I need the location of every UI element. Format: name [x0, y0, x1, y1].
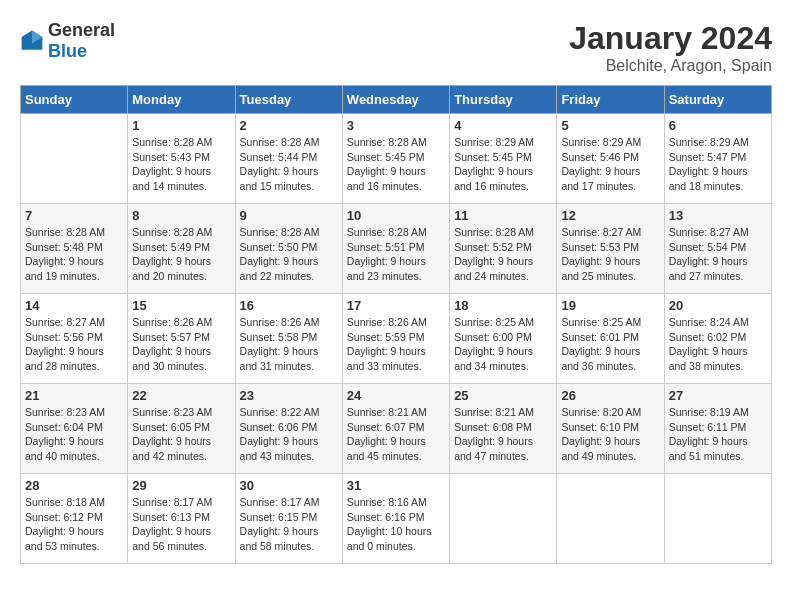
day-info: Sunrise: 8:24 AMSunset: 6:02 PMDaylight:…: [669, 315, 767, 374]
calendar-cell: 6Sunrise: 8:29 AMSunset: 5:47 PMDaylight…: [664, 114, 771, 204]
day-number: 29: [132, 478, 230, 493]
calendar-cell: 21Sunrise: 8:23 AMSunset: 6:04 PMDayligh…: [21, 384, 128, 474]
header-thursday: Thursday: [450, 86, 557, 114]
day-info: Sunrise: 8:29 AMSunset: 5:47 PMDaylight:…: [669, 135, 767, 194]
day-number: 28: [25, 478, 123, 493]
calendar-cell: 20Sunrise: 8:24 AMSunset: 6:02 PMDayligh…: [664, 294, 771, 384]
day-info: Sunrise: 8:26 AMSunset: 5:59 PMDaylight:…: [347, 315, 445, 374]
calendar-cell: 17Sunrise: 8:26 AMSunset: 5:59 PMDayligh…: [342, 294, 449, 384]
day-number: 6: [669, 118, 767, 133]
day-info: Sunrise: 8:28 AMSunset: 5:52 PMDaylight:…: [454, 225, 552, 284]
location-title: Belchite, Aragon, Spain: [569, 57, 772, 75]
header-sunday: Sunday: [21, 86, 128, 114]
day-number: 1: [132, 118, 230, 133]
day-number: 10: [347, 208, 445, 223]
day-info: Sunrise: 8:21 AMSunset: 6:08 PMDaylight:…: [454, 405, 552, 464]
logo-general: General: [48, 20, 115, 40]
day-number: 23: [240, 388, 338, 403]
calendar-cell: 16Sunrise: 8:26 AMSunset: 5:58 PMDayligh…: [235, 294, 342, 384]
calendar-cell: 28Sunrise: 8:18 AMSunset: 6:12 PMDayligh…: [21, 474, 128, 564]
day-number: 16: [240, 298, 338, 313]
day-info: Sunrise: 8:28 AMSunset: 5:51 PMDaylight:…: [347, 225, 445, 284]
day-number: 8: [132, 208, 230, 223]
calendar-cell: 7Sunrise: 8:28 AMSunset: 5:48 PMDaylight…: [21, 204, 128, 294]
header-saturday: Saturday: [664, 86, 771, 114]
day-info: Sunrise: 8:23 AMSunset: 6:05 PMDaylight:…: [132, 405, 230, 464]
day-info: Sunrise: 8:25 AMSunset: 6:01 PMDaylight:…: [561, 315, 659, 374]
calendar-cell: 15Sunrise: 8:26 AMSunset: 5:57 PMDayligh…: [128, 294, 235, 384]
calendar-cell: 31Sunrise: 8:16 AMSunset: 6:16 PMDayligh…: [342, 474, 449, 564]
logo: General Blue: [20, 20, 115, 62]
day-number: 12: [561, 208, 659, 223]
header-tuesday: Tuesday: [235, 86, 342, 114]
calendar-cell: 9Sunrise: 8:28 AMSunset: 5:50 PMDaylight…: [235, 204, 342, 294]
calendar-cell: 14Sunrise: 8:27 AMSunset: 5:56 PMDayligh…: [21, 294, 128, 384]
day-number: 20: [669, 298, 767, 313]
day-number: 21: [25, 388, 123, 403]
header-wednesday: Wednesday: [342, 86, 449, 114]
calendar-cell: 24Sunrise: 8:21 AMSunset: 6:07 PMDayligh…: [342, 384, 449, 474]
calendar-cell: 3Sunrise: 8:28 AMSunset: 5:45 PMDaylight…: [342, 114, 449, 204]
logo-blue: Blue: [48, 41, 87, 61]
day-number: 7: [25, 208, 123, 223]
title-area: January 2024 Belchite, Aragon, Spain: [569, 20, 772, 75]
calendar-table: SundayMondayTuesdayWednesdayThursdayFrid…: [20, 85, 772, 564]
day-info: Sunrise: 8:19 AMSunset: 6:11 PMDaylight:…: [669, 405, 767, 464]
calendar-cell: 29Sunrise: 8:17 AMSunset: 6:13 PMDayligh…: [128, 474, 235, 564]
header: General Blue January 2024 Belchite, Arag…: [20, 20, 772, 75]
day-info: Sunrise: 8:17 AMSunset: 6:15 PMDaylight:…: [240, 495, 338, 554]
calendar-week-2: 7Sunrise: 8:28 AMSunset: 5:48 PMDaylight…: [21, 204, 772, 294]
month-title: January 2024: [569, 20, 772, 57]
calendar-cell: 11Sunrise: 8:28 AMSunset: 5:52 PMDayligh…: [450, 204, 557, 294]
day-info: Sunrise: 8:17 AMSunset: 6:13 PMDaylight:…: [132, 495, 230, 554]
day-number: 14: [25, 298, 123, 313]
day-number: 30: [240, 478, 338, 493]
day-info: Sunrise: 8:23 AMSunset: 6:04 PMDaylight:…: [25, 405, 123, 464]
day-info: Sunrise: 8:25 AMSunset: 6:00 PMDaylight:…: [454, 315, 552, 374]
day-info: Sunrise: 8:18 AMSunset: 6:12 PMDaylight:…: [25, 495, 123, 554]
day-info: Sunrise: 8:28 AMSunset: 5:49 PMDaylight:…: [132, 225, 230, 284]
day-info: Sunrise: 8:22 AMSunset: 6:06 PMDaylight:…: [240, 405, 338, 464]
day-number: 5: [561, 118, 659, 133]
day-number: 13: [669, 208, 767, 223]
day-number: 18: [454, 298, 552, 313]
calendar-cell: 2Sunrise: 8:28 AMSunset: 5:44 PMDaylight…: [235, 114, 342, 204]
day-number: 17: [347, 298, 445, 313]
day-info: Sunrise: 8:27 AMSunset: 5:56 PMDaylight:…: [25, 315, 123, 374]
day-number: 11: [454, 208, 552, 223]
day-number: 2: [240, 118, 338, 133]
calendar-cell: 4Sunrise: 8:29 AMSunset: 5:45 PMDaylight…: [450, 114, 557, 204]
day-number: 19: [561, 298, 659, 313]
calendar-cell: [557, 474, 664, 564]
day-info: Sunrise: 8:20 AMSunset: 6:10 PMDaylight:…: [561, 405, 659, 464]
day-info: Sunrise: 8:28 AMSunset: 5:45 PMDaylight:…: [347, 135, 445, 194]
header-monday: Monday: [128, 86, 235, 114]
day-info: Sunrise: 8:29 AMSunset: 5:46 PMDaylight:…: [561, 135, 659, 194]
day-number: 22: [132, 388, 230, 403]
calendar-cell: 5Sunrise: 8:29 AMSunset: 5:46 PMDaylight…: [557, 114, 664, 204]
calendar-week-5: 28Sunrise: 8:18 AMSunset: 6:12 PMDayligh…: [21, 474, 772, 564]
calendar-cell: 13Sunrise: 8:27 AMSunset: 5:54 PMDayligh…: [664, 204, 771, 294]
day-info: Sunrise: 8:27 AMSunset: 5:53 PMDaylight:…: [561, 225, 659, 284]
day-info: Sunrise: 8:26 AMSunset: 5:57 PMDaylight:…: [132, 315, 230, 374]
day-info: Sunrise: 8:16 AMSunset: 6:16 PMDaylight:…: [347, 495, 445, 554]
day-info: Sunrise: 8:28 AMSunset: 5:50 PMDaylight:…: [240, 225, 338, 284]
logo-icon: [20, 29, 44, 53]
calendar-week-3: 14Sunrise: 8:27 AMSunset: 5:56 PMDayligh…: [21, 294, 772, 384]
day-number: 31: [347, 478, 445, 493]
day-number: 9: [240, 208, 338, 223]
day-number: 26: [561, 388, 659, 403]
calendar-cell: 10Sunrise: 8:28 AMSunset: 5:51 PMDayligh…: [342, 204, 449, 294]
calendar-cell: 27Sunrise: 8:19 AMSunset: 6:11 PMDayligh…: [664, 384, 771, 474]
calendar-cell: [450, 474, 557, 564]
day-number: 27: [669, 388, 767, 403]
day-info: Sunrise: 8:29 AMSunset: 5:45 PMDaylight:…: [454, 135, 552, 194]
day-number: 3: [347, 118, 445, 133]
day-number: 15: [132, 298, 230, 313]
day-info: Sunrise: 8:27 AMSunset: 5:54 PMDaylight:…: [669, 225, 767, 284]
day-number: 4: [454, 118, 552, 133]
calendar-cell: 18Sunrise: 8:25 AMSunset: 6:00 PMDayligh…: [450, 294, 557, 384]
calendar-cell: 1Sunrise: 8:28 AMSunset: 5:43 PMDaylight…: [128, 114, 235, 204]
day-info: Sunrise: 8:28 AMSunset: 5:48 PMDaylight:…: [25, 225, 123, 284]
calendar-cell: [664, 474, 771, 564]
